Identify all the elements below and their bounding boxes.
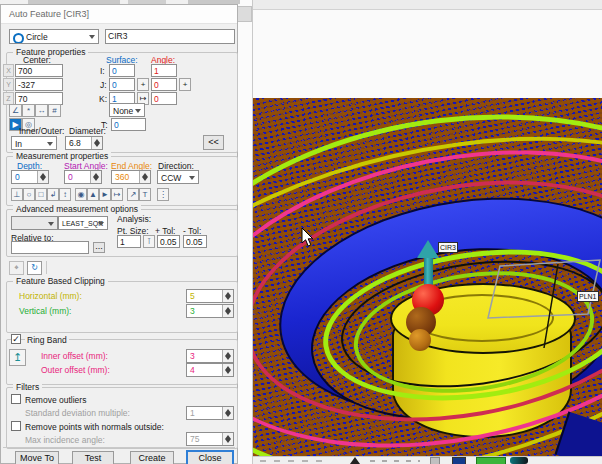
feature-label-cir3[interactable]: CIR3 xyxy=(438,242,458,253)
center-y-input[interactable]: -327 xyxy=(15,78,63,91)
test-button[interactable]: Test xyxy=(72,451,114,464)
surface-i-input[interactable]: 0 xyxy=(109,64,135,77)
strategy-icon-0[interactable]: ⊥ xyxy=(11,188,23,201)
close-button[interactable]: Close xyxy=(186,450,234,464)
grid-button[interactable]: # xyxy=(48,104,61,117)
spinner-arrows[interactable] xyxy=(222,290,233,302)
tab-separator xyxy=(46,261,47,274)
status-rotate-icon[interactable] xyxy=(510,457,528,464)
status-blue-icon[interactable] xyxy=(452,457,466,464)
i-label: I: xyxy=(100,66,105,76)
depth-spinner[interactable]: 0 xyxy=(11,170,49,184)
chevron-down-icon xyxy=(98,222,104,226)
angle-gimbal-button[interactable]: + xyxy=(179,78,191,91)
inner-outer-combo[interactable]: In xyxy=(11,136,57,150)
start-angle-spinner[interactable]: 0 xyxy=(64,170,102,184)
horizontal-label: Horizontal (mm): xyxy=(19,291,82,301)
relative-to-input[interactable] xyxy=(11,241,89,254)
mode-value: None xyxy=(113,106,133,116)
x-axis-label: X xyxy=(3,64,14,77)
strategy-icon-7[interactable]: ► xyxy=(99,188,111,201)
remove-normals-checkbox[interactable] xyxy=(11,421,21,431)
strategy-icon-6[interactable]: ▲ xyxy=(87,188,99,201)
ring-band-checkbox[interactable]: ✓ xyxy=(11,334,21,344)
depth-value: 0 xyxy=(15,172,20,182)
move-to-button[interactable]: Move To xyxy=(15,451,59,464)
status-green-button[interactable] xyxy=(476,457,506,464)
snap-point-button[interactable]: ∠ xyxy=(9,104,22,117)
spinner-arrows[interactable] xyxy=(222,433,233,445)
surface-gimbal-button[interactable]: + xyxy=(137,78,149,91)
spinner-arrows[interactable] xyxy=(222,364,233,376)
surface-j-input[interactable]: 0 xyxy=(109,78,135,91)
horizontal-spinner[interactable]: 5 xyxy=(186,289,234,303)
collapse-button[interactable]: << xyxy=(203,135,224,150)
pt-size-input[interactable]: 1 xyxy=(117,235,141,248)
spinner-arrows[interactable] xyxy=(91,137,102,149)
status-triangle-icon[interactable] xyxy=(350,457,360,464)
algorithm-category-combo[interactable] xyxy=(11,216,58,230)
vertical-label: Vertical (mm): xyxy=(19,306,71,316)
angle-k-input[interactable]: 0 xyxy=(151,92,177,105)
status-dots xyxy=(370,460,420,462)
remove-outliers-checkbox[interactable] xyxy=(11,394,21,404)
feature-type-combo[interactable]: Circle xyxy=(9,29,99,44)
angle-j-input[interactable]: 0 xyxy=(151,78,177,91)
strategy-icon-10[interactable]: T xyxy=(139,188,151,201)
chevron-down-icon xyxy=(48,222,54,226)
horizontal-value: 5 xyxy=(190,291,195,301)
feature-name-input[interactable]: CIR3 xyxy=(105,29,235,44)
spinner-arrows[interactable] xyxy=(90,171,101,183)
plus-tol-input[interactable]: 0.05 xyxy=(157,235,180,248)
feature-label-pln1[interactable]: PLN1 xyxy=(577,291,599,302)
strategy-icon-1[interactable]: ○ xyxy=(23,188,35,201)
surface-point-button[interactable]: * xyxy=(22,104,35,117)
spinner-arrows[interactable] xyxy=(37,171,48,183)
diameter-spinner[interactable]: 6.8 xyxy=(65,136,103,150)
status-strip xyxy=(252,456,602,464)
tab-scan-icon[interactable]: ↻ xyxy=(27,261,42,275)
center-x-input[interactable]: 700 xyxy=(15,64,63,77)
strategy-icon-3[interactable]: ↲ xyxy=(47,188,59,201)
analysis-label: Analysis: xyxy=(117,214,151,224)
status-lock-icon[interactable] xyxy=(430,457,440,464)
strategy-icon-4[interactable]: ↕ xyxy=(59,188,71,201)
strategy-icon-9[interactable]: ↗ xyxy=(127,188,139,201)
max-incidence-spinner[interactable]: 75 xyxy=(186,432,234,446)
tab-probe-icon[interactable]: ⌖ xyxy=(9,261,24,275)
inner-offset-label: Inner offset (mm): xyxy=(41,351,108,361)
strategy-icon-2[interactable]: □ xyxy=(35,188,47,201)
strategy-icon-5[interactable]: ◉ xyxy=(75,188,87,201)
algorithm-combo[interactable]: LEAST_SQR xyxy=(58,216,108,230)
spinner-arrows[interactable] xyxy=(222,407,233,419)
advanced-options-legend: Advanced measurement options xyxy=(13,204,141,214)
dialog-title-bar[interactable]: Auto Feature [CIR3] xyxy=(1,5,237,24)
tolerance-icon-button[interactable]: ⊺ xyxy=(143,235,155,248)
minus-tol-input[interactable]: 0.05 xyxy=(183,235,207,248)
t-input[interactable]: 0 xyxy=(111,118,146,131)
inner-outer-value: In xyxy=(15,139,22,149)
spinner-arrows[interactable] xyxy=(222,350,233,362)
inner-offset-spinner[interactable]: 3 xyxy=(186,349,234,363)
vertical-spinner[interactable]: 3 xyxy=(186,304,234,318)
direction-combo[interactable]: CCW xyxy=(157,170,199,184)
std-dev-spinner[interactable]: 1 xyxy=(186,406,234,420)
mode-combo[interactable]: None xyxy=(109,103,145,117)
3d-viewport[interactable]: CIR3 PLN1 xyxy=(252,98,602,456)
create-button[interactable]: Create xyxy=(130,451,174,464)
start-angle-value: 0 xyxy=(68,172,73,182)
measurement-properties-legend: Measurement properties xyxy=(13,151,111,161)
strategy-icon-11[interactable]: ⋮ xyxy=(157,188,169,201)
angle-i-input[interactable]: 1 xyxy=(151,64,177,77)
sphere-orange xyxy=(409,329,431,351)
spinner-arrows[interactable] xyxy=(222,305,233,317)
panel-gutter xyxy=(238,0,253,464)
spinner-arrows[interactable] xyxy=(139,171,150,183)
ring-band-direction-button[interactable]: ↥ xyxy=(9,349,26,366)
measure-width-button[interactable]: ↔ xyxy=(35,104,48,117)
strategy-icon-8[interactable]: ↦ xyxy=(111,188,123,201)
outer-offset-spinner[interactable]: 4 xyxy=(186,363,234,377)
browse-button[interactable]: ... xyxy=(93,242,105,253)
remove-normals-label: Remove points with normals outside: xyxy=(25,422,164,432)
end-angle-spinner[interactable]: 360 xyxy=(111,170,151,184)
